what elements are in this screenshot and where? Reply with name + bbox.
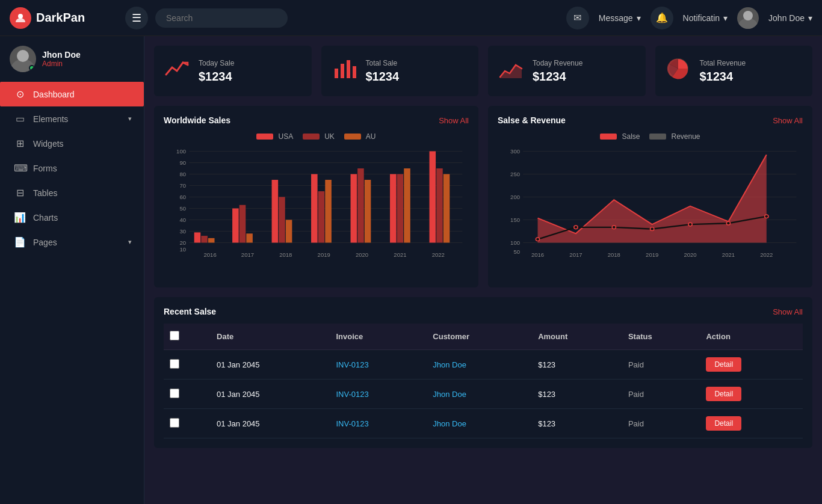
worldwide-sales-header: Worldwide Sales Show All [164,115,469,125]
svg-text:2020: 2020 [684,253,696,258]
worldwide-sales-panel: Worldwide Sales Show All USA UK AU [154,106,478,287]
svg-text:10: 10 [179,247,186,252]
notification-button[interactable]: Notificatin ▾ [683,13,728,23]
row1-select[interactable] [170,359,179,369]
sidebar-item-pages[interactable]: 📄 Pages ▾ [0,230,144,254]
recent-sales-panel: Recent Salse Show All Date Invoice Custo… [154,297,812,448]
svg-text:2016: 2016 [204,253,217,258]
table-row: 01 Jan 2045 INV-0123 Jhon Doe $123 Paid … [164,350,803,380]
svg-rect-35 [246,233,253,242]
table-row: 01 Jan 2045 INV-0123 Jhon Doe $123 Paid … [164,409,803,438]
legend-uk-label: UK [324,132,335,141]
col-status: Status [622,324,700,350]
sidebar-item-dashboard[interactable]: ⊙ Dashboard [0,82,144,106]
svg-point-70 [536,238,539,241]
svg-text:2021: 2021 [394,253,406,258]
svg-text:200: 200 [510,195,520,200]
chart-row: Worldwide Sales Show All USA UK AU [154,106,812,287]
pages-chevron-icon: ▾ [128,238,132,246]
row2-detail-button[interactable]: Detail [706,387,741,401]
sales-revenue-title: Salse & Revenue [498,115,566,125]
sidebar-username: Jhon Doe [42,50,81,60]
legend-sales-label: Salse [622,132,640,141]
message-chevron-icon: ▾ [637,13,641,23]
sidebar-item-widgets[interactable]: ⊞ Widgets [0,131,144,156]
total-sale-label: Total Sale [366,59,400,67]
svg-rect-37 [279,197,285,243]
forms-icon: ⌨ [14,162,26,174]
sales-revenue-panel: Salse & Revenue Show All Salse Revenue [488,106,812,287]
tables-icon: ⊟ [14,187,26,198]
worldwide-sales-legend: USA UK AU [164,132,469,141]
recent-sales-show-all[interactable]: Show All [773,307,803,316]
svg-point-71 [574,226,578,229]
svg-rect-43 [357,168,364,243]
total-sale-value: $1234 [366,70,400,84]
row3-invoice: INV-0123 [330,409,427,438]
sidebar-item-dashboard-label: Dashboard [33,90,75,99]
recent-sales-table: Date Invoice Customer Amount Status Acti… [164,324,803,438]
elements-icon: ▭ [14,113,26,124]
row2-select[interactable] [170,389,179,398]
select-all-checkbox[interactable] [170,331,179,340]
svg-point-75 [726,221,730,225]
row2-invoice: INV-0123 [330,380,427,409]
svg-text:20: 20 [179,241,186,246]
row2-amount: $123 [532,380,622,409]
sidebar-avatar [10,46,36,72]
topnav: DarkPan ☰ ✉ Message ▾ 🔔 Notificatin ▾ Jo… [0,0,822,36]
user-menu-button[interactable]: John Doe ▾ [768,13,812,23]
pages-icon: 📄 [14,236,26,248]
col-invoice: Invoice [330,324,427,350]
svg-rect-41 [325,180,332,243]
legend-au-label: AU [366,132,376,141]
row2-status: Paid [622,380,700,409]
row3-action: Detail [700,409,803,438]
sidebar-item-forms-label: Forms [33,164,57,173]
sidebar-item-widgets-label: Widgets [33,139,64,149]
worldwide-sales-chart: 100 90 80 70 60 50 40 30 20 10 [164,146,469,278]
search-input[interactable] [155,8,288,28]
sidebar-item-forms[interactable]: ⌨ Forms [0,156,144,180]
svg-rect-42 [351,174,357,243]
svg-text:80: 80 [179,172,186,177]
col-action: Action [700,324,803,350]
message-button[interactable]: Message ▾ [599,13,641,23]
stat-card-total-sale: Total Sale $1234 [321,46,479,96]
sales-revenue-chart: 300 250 200 150 100 50 [498,146,803,278]
sidebar-item-tables[interactable]: ⊟ Tables [0,180,144,205]
stat-card-today-sale: Today Sale $1234 [154,46,312,96]
row1-detail-button[interactable]: Detail [706,357,741,372]
worldwide-sales-show-all[interactable]: Show All [439,116,469,125]
svg-text:2018: 2018 [279,253,292,258]
sidebar-role: Admin [42,60,81,68]
legend-revenue-label: Revenue [671,132,700,141]
svg-text:2017: 2017 [241,253,254,258]
svg-rect-30 [194,232,201,242]
hamburger-button[interactable]: ☰ [125,7,148,29]
svg-rect-40 [318,191,325,243]
col-date: Date [211,324,330,350]
online-indicator [29,65,35,71]
row3-checkbox [164,409,211,438]
sidebar-item-charts[interactable]: 📊 Charts [0,205,144,230]
notification-label: Notificatin [683,13,720,23]
row3-amount: $123 [532,409,622,438]
stat-card-total-revenue: Total Revenue $1234 [655,46,813,96]
table-row: 01 Jan 2045 INV-0123 Jhon Doe $123 Paid … [164,380,803,409]
svg-point-4 [17,50,29,62]
row3-detail-button[interactable]: Detail [706,416,741,431]
total-revenue-label: Total Revenue [700,59,746,67]
today-revenue-value: $1234 [533,70,583,84]
sidebar-item-elements[interactable]: ▭ Elements ▾ [0,106,144,131]
worldwide-sales-title: Worldwide Sales [164,115,230,125]
row1-date: 01 Jan 2045 [211,350,330,380]
sales-revenue-show-all[interactable]: Show All [773,116,803,125]
col-customer: Customer [427,324,532,350]
svg-text:250: 250 [510,172,520,177]
nav-right: ✉ Message ▾ 🔔 Notificatin ▾ John Doe ▾ [566,7,812,29]
svg-text:50: 50 [179,206,186,212]
svg-rect-45 [390,174,397,243]
today-sale-value: $1234 [199,70,234,84]
row3-select[interactable] [170,418,179,428]
